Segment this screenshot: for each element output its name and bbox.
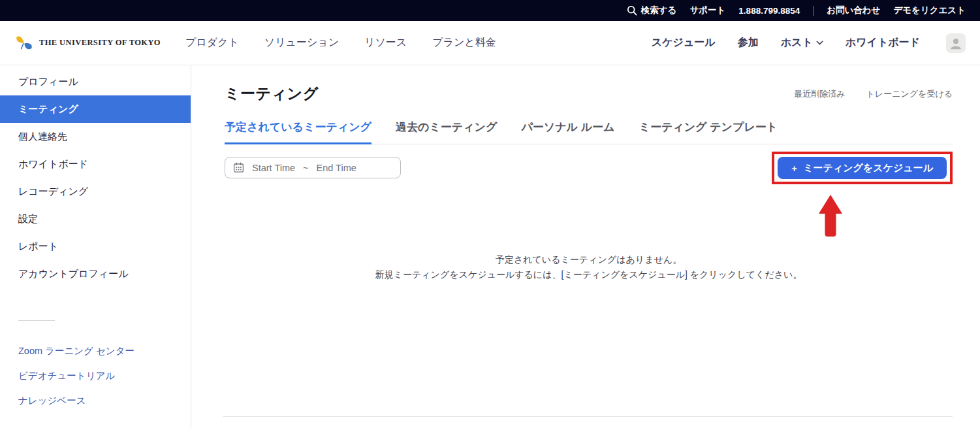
sidebar-link-learning-center[interactable]: Zoom ラーニング センター xyxy=(0,339,191,364)
date-range-separator: ~ xyxy=(303,163,308,173)
topbar-divider xyxy=(813,6,814,16)
schedule-meeting-button[interactable]: + ミーティングをスケジュール xyxy=(778,157,947,179)
get-training-link[interactable]: トレーニングを受ける xyxy=(866,88,953,100)
plus-icon: + xyxy=(791,163,797,174)
topbar-request-demo-link[interactable]: デモをリクエスト xyxy=(893,5,966,16)
topbar: 検索する サポート 1.888.799.8854 お問い合わせ デモをリクエスト xyxy=(0,0,980,21)
sidebar-item-account-profile[interactable]: アカウントプロフィール xyxy=(0,260,191,288)
page-body: プロフィール ミーティング 個人連絡先 ホワイトボード レコーディング 設定 レ… xyxy=(0,65,980,428)
meetings-tabs: 予定されているミーティング 過去のミーティング パーソナル ルーム ミーティング… xyxy=(225,120,953,144)
tab-past-meetings[interactable]: 過去のミーティング xyxy=(396,120,497,144)
annotation-highlight-box: + ミーティングをスケジュール xyxy=(772,152,953,184)
logo-text: THE UNIVERSITY OF TOKYO xyxy=(39,38,161,48)
sidebar-item-reports[interactable]: レポート xyxy=(0,233,191,260)
recently-deleted-link[interactable]: 最近削除済み xyxy=(794,88,845,100)
sidebar-item-personal-contacts[interactable]: 個人連絡先 xyxy=(0,123,191,150)
empty-state: 予定されているミーティングはありません。 新規ミーティングをスケジュールするには… xyxy=(225,252,953,282)
content-bottom-divider xyxy=(223,416,953,417)
header-actions: スケジュール 参加 ホスト ホワイトボード xyxy=(652,33,966,53)
avatar[interactable] xyxy=(946,33,966,53)
action-host[interactable]: ホスト xyxy=(781,36,823,50)
topbar-contact-link[interactable]: お問い合わせ xyxy=(827,5,880,16)
title-links: 最近削除済み トレーニングを受ける xyxy=(794,88,953,100)
sidebar-link-knowledge-base[interactable]: ナレッジベース xyxy=(0,389,191,414)
sidebar-link-video-tutorials[interactable]: ビデオチュートリアル xyxy=(0,364,191,389)
action-join[interactable]: 参加 xyxy=(738,36,759,50)
nav-solutions[interactable]: ソリューション xyxy=(264,36,339,50)
sidebar-item-whiteboard[interactable]: ホワイトボード xyxy=(0,150,191,178)
annotation-arrow-up xyxy=(818,195,843,237)
sidebar-item-profile[interactable]: プロフィール xyxy=(0,68,191,95)
date-range-picker[interactable]: Start Time ~ End Time xyxy=(225,157,401,178)
topbar-support-link[interactable]: サポート xyxy=(689,5,725,16)
search-label: 検索する xyxy=(641,5,677,16)
search-icon xyxy=(627,5,637,16)
end-time-input[interactable]: End Time xyxy=(317,163,356,173)
main-content: ミーティング 最近削除済み トレーニングを受ける 予定されているミーティング 過… xyxy=(191,65,980,428)
page-title: ミーティング xyxy=(225,84,319,104)
sidebar-item-recordings[interactable]: レコーディング xyxy=(0,178,191,205)
sidebar-item-meetings[interactable]: ミーティング xyxy=(0,95,191,123)
title-row: ミーティング 最近削除済み トレーニングを受ける xyxy=(225,84,953,104)
sidebar-item-settings[interactable]: 設定 xyxy=(0,205,191,233)
empty-state-line2: 新規ミーティングをスケジュールするには、[ミーティングをスケジュール] をクリッ… xyxy=(225,267,953,282)
filter-row: Start Time ~ End Time + ミーティングをスケジュール xyxy=(225,157,953,184)
action-host-label: ホスト xyxy=(781,36,813,50)
nav-plans-pricing[interactable]: プランと料金 xyxy=(432,36,496,50)
user-icon xyxy=(949,36,963,50)
chevron-down-icon xyxy=(816,41,823,45)
topbar-phone[interactable]: 1.888.799.8854 xyxy=(738,6,800,16)
action-schedule[interactable]: スケジュール xyxy=(652,36,716,50)
nav-resources[interactable]: リソース xyxy=(364,36,407,50)
calendar-icon xyxy=(233,162,244,173)
ginkgo-leaf-icon xyxy=(14,33,34,53)
sidebar-divider xyxy=(18,320,55,321)
search-button[interactable]: 検索する xyxy=(627,5,677,16)
sidebar: プロフィール ミーティング 個人連絡先 ホワイトボード レコーディング 設定 レ… xyxy=(0,65,191,428)
schedule-meeting-button-label: ミーティングをスケジュール xyxy=(803,162,933,174)
start-time-input[interactable]: Start Time xyxy=(252,163,295,173)
action-whiteboard[interactable]: ホワイトボード xyxy=(846,36,920,50)
nav-products[interactable]: プロダクト xyxy=(185,36,239,50)
tab-meeting-templates[interactable]: ミーティング テンプレート xyxy=(639,120,778,144)
tab-personal-room[interactable]: パーソナル ルーム xyxy=(521,120,614,144)
tab-upcoming-meetings[interactable]: 予定されているミーティング xyxy=(225,120,371,144)
header: THE UNIVERSITY OF TOKYO プロダクト ソリューション リソ… xyxy=(0,21,980,65)
university-logo[interactable]: THE UNIVERSITY OF TOKYO xyxy=(14,33,161,53)
empty-state-line1: 予定されているミーティングはありません。 xyxy=(225,252,953,267)
main-nav: プロダクト ソリューション リソース プランと料金 xyxy=(185,36,496,50)
